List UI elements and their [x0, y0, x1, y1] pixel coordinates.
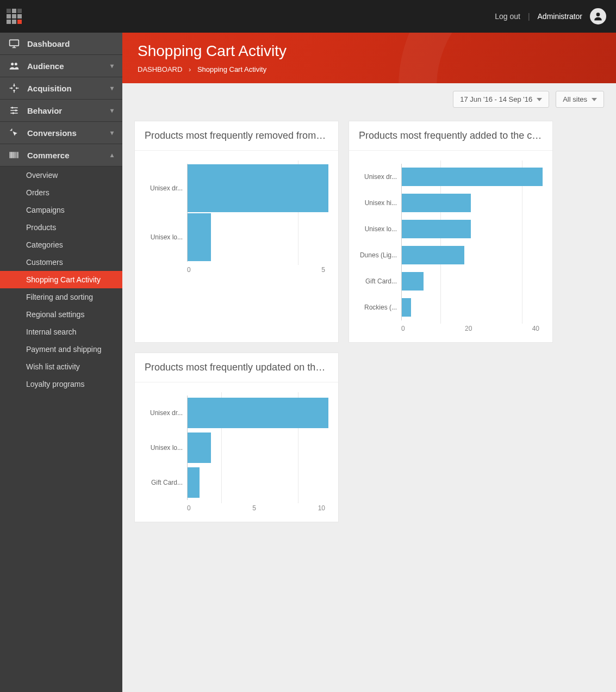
monitor-icon	[9, 38, 20, 49]
pointer-click-icon	[9, 127, 20, 138]
subnav-item-categories[interactable]: Categories	[0, 236, 122, 254]
current-user-label[interactable]: Administrator	[538, 12, 582, 21]
chevron-down-icon: ▾	[110, 129, 114, 137]
chart-bar-fill	[188, 213, 211, 261]
sidebar-item-label: Dashboard	[27, 39, 114, 48]
chart-bar-row: Unisex lo...	[359, 216, 543, 242]
date-range-button[interactable]: 17 Jun '16 - 14 Sep '16	[453, 91, 549, 108]
chart-bar-fill	[402, 298, 411, 317]
chart-bar-track	[401, 190, 543, 216]
chart-bar-row: Unisex dr...	[359, 164, 543, 190]
svg-point-0	[596, 13, 600, 16]
breadcrumb-root-link[interactable]: DASHBOARD	[138, 65, 182, 73]
sidebar: Dashboard Audience ▾ Acquisition ▾ Behav…	[0, 33, 122, 692]
sidebar-item-behavior[interactable]: Behavior ▾	[0, 100, 122, 122]
page-title: Shopping Cart Activity	[138, 42, 601, 60]
subnav-item-filtering-sorting[interactable]: Filtering and sorting	[0, 288, 122, 306]
svg-rect-1	[10, 40, 19, 46]
panel-products-updated: Products most frequently updated on the …	[134, 353, 339, 522]
chart-bar-label: Gift Card...	[145, 479, 187, 486]
chart-bar-label: Unisex dr...	[145, 409, 187, 417]
subnav-item-shopping-cart-activity[interactable]: Shopping Cart Activity	[0, 271, 122, 288]
chart-added: Unisex dr...Unisex hi...Unisex lo...Dune…	[349, 151, 552, 342]
chart-axis-tick: 0	[401, 325, 405, 332]
logout-link[interactable]: Log out	[495, 12, 520, 21]
chart-bar-fill	[188, 432, 211, 463]
chevron-down-icon: ▾	[110, 107, 114, 114]
panel-products-removed: Products most frequently removed from th…	[134, 121, 339, 343]
subnav-item-products[interactable]: Products	[0, 219, 122, 236]
chart-axis-tick: 5	[252, 504, 256, 512]
chart-bar-label: Unisex lo...	[145, 233, 187, 241]
subnav-item-orders[interactable]: Orders	[0, 184, 122, 201]
chart-bar-label: Rockies (...	[359, 304, 401, 311]
app-logo-icon	[7, 9, 22, 24]
chart-bar-track	[187, 430, 328, 465]
subnav-item-wish-list-activity[interactable]: Wish list activity	[0, 358, 122, 375]
chart-bar-row: Gift Card...	[359, 268, 543, 294]
svg-point-6	[13, 112, 14, 114]
panel-products-added: Products most frequently added to the ca…	[349, 121, 553, 343]
sidebar-item-label: Behavior	[27, 106, 103, 115]
avatar-icon[interactable]	[590, 8, 606, 24]
chart-bar-label: Unisex dr...	[359, 173, 401, 181]
chart-axis-tick: 0	[187, 504, 191, 512]
subnav-item-internal-search[interactable]: Internal search	[0, 323, 122, 341]
sidebar-submenu-commerce: Overview Orders Campaigns Products Categ…	[0, 166, 122, 393]
sidebar-item-label: Commerce	[27, 151, 103, 160]
subnav-item-overview[interactable]: Overview	[0, 166, 122, 184]
chart-bar-fill	[402, 194, 471, 212]
sidebar-item-conversions[interactable]: Conversions ▾	[0, 122, 122, 144]
chart-bar-track	[401, 294, 543, 320]
sidebar-item-dashboard[interactable]: Dashboard	[0, 33, 122, 55]
site-selector-button[interactable]: All sites	[556, 91, 604, 108]
chart-bar-track	[401, 216, 543, 242]
inward-arrows-icon	[9, 83, 20, 94]
sidebar-item-commerce[interactable]: Commerce ▴	[0, 144, 122, 166]
chart-bar-label: Gift Card...	[359, 277, 401, 285]
breadcrumb-current: Shopping Cart Activity	[197, 65, 266, 73]
site-selector-label: All sites	[563, 95, 587, 103]
chevron-down-icon: ▾	[110, 62, 114, 70]
chevron-up-icon: ▴	[110, 151, 114, 159]
dropdown-icon	[592, 98, 597, 101]
chart-bar-row: Unisex lo...	[145, 430, 328, 465]
chart-bar-track	[187, 213, 328, 262]
subnav-item-campaigns[interactable]: Campaigns	[0, 201, 122, 219]
subnav-item-regional-settings[interactable]: Regional settings	[0, 306, 122, 323]
chart-bar-row: Unisex dr...	[145, 164, 328, 213]
dropdown-icon	[537, 98, 542, 101]
breadcrumb: DASHBOARD › Shopping Cart Activity	[138, 65, 601, 73]
chart-bar-row: Unisex dr...	[145, 396, 328, 430]
subnav-item-payment-shipping[interactable]: Payment and shipping	[0, 341, 122, 358]
svg-point-4	[11, 107, 13, 108]
panel-title: Products most frequently added to the ca…	[349, 121, 552, 151]
chart-bar-track	[401, 268, 543, 294]
topbar-divider: |	[528, 12, 530, 21]
chart-bar-fill	[188, 164, 328, 212]
chart-bar-row: Rockies (...	[359, 294, 543, 320]
chart-bar-label: Unisex dr...	[145, 184, 187, 192]
chart-axis-tick: 40	[532, 325, 539, 332]
subnav-item-loyalty-programs[interactable]: Loyalty programs	[0, 375, 122, 393]
chart-bar-track	[187, 164, 328, 213]
chart-updated: Unisex dr...Unisex lo...Gift Card... 051…	[135, 382, 338, 522]
panel-title: Products most frequently removed from th…	[135, 121, 338, 151]
chart-axis-tick: 5	[321, 266, 325, 274]
sidebar-item-audience[interactable]: Audience ▾	[0, 55, 122, 77]
chart-bar-fill	[188, 398, 328, 428]
chart-bar-label: Dunes (Lig...	[359, 251, 401, 259]
chart-bar-track	[187, 396, 328, 430]
chart-bar-row: Dunes (Lig...	[359, 242, 543, 268]
svg-point-3	[15, 63, 17, 65]
sidebar-item-acquisition[interactable]: Acquisition ▾	[0, 77, 122, 100]
chart-bar-row: Unisex lo...	[145, 213, 328, 262]
subnav-item-customers[interactable]: Customers	[0, 254, 122, 271]
chart-bar-fill	[402, 272, 424, 291]
chart-bar-fill	[188, 467, 200, 498]
sliders-icon	[9, 105, 20, 116]
chart-axis-tick: 0	[187, 266, 191, 274]
date-range-label: 17 Jun '16 - 14 Sep '16	[460, 95, 532, 103]
chart-bar-fill	[402, 220, 471, 238]
chart-bar-row: Gift Card...	[145, 465, 328, 500]
